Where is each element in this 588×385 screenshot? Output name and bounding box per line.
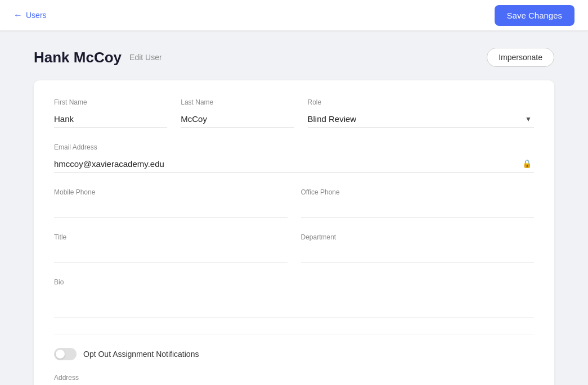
last-name-input[interactable] <box>181 111 294 128</box>
page-title: Hank McCoy <box>34 49 122 66</box>
email-label: Email Address <box>54 143 534 151</box>
department-input[interactable] <box>301 246 535 262</box>
role-group: Role Blind Review Admin Reviewer Applica… <box>308 98 535 128</box>
mobile-phone-input[interactable] <box>54 201 288 218</box>
first-name-input[interactable] <box>54 111 167 128</box>
address-section: Address None Edit Address <box>54 374 534 385</box>
first-name-label: First Name <box>54 98 167 106</box>
title-group: Title <box>54 233 288 262</box>
opt-out-label: Opt Out Assignment Notifications <box>83 350 199 359</box>
office-phone-group: Office Phone <box>301 188 535 218</box>
email-group: Email Address 🔒 <box>54 143 534 173</box>
email-input[interactable] <box>54 156 534 173</box>
office-phone-label: Office Phone <box>301 188 535 196</box>
mobile-phone-label: Mobile Phone <box>54 188 288 196</box>
page-title-area: Hank McCoy Edit User <box>34 49 162 66</box>
department-group: Department <box>301 233 535 262</box>
email-row: Email Address 🔒 <box>54 143 534 173</box>
role-select[interactable]: Blind Review Admin Reviewer Applicant <box>308 111 535 128</box>
opt-out-row: Opt Out Assignment Notifications <box>54 348 534 360</box>
page-header: Hank McCoy Edit User Impersonate <box>34 48 554 67</box>
save-button[interactable]: Save Changes <box>495 5 574 26</box>
impersonate-button[interactable]: Impersonate <box>487 48 554 67</box>
back-label: Users <box>26 11 47 20</box>
mobile-phone-group: Mobile Phone <box>54 188 288 218</box>
last-name-label: Last Name <box>181 98 294 106</box>
bio-input[interactable] <box>54 291 534 318</box>
edit-user-label: Edit User <box>129 53 162 62</box>
address-label: Address <box>54 374 534 382</box>
lock-icon: 🔒 <box>522 159 532 168</box>
role-select-wrapper: Blind Review Admin Reviewer Applicant ▼ <box>308 111 535 128</box>
office-phone-input[interactable] <box>301 201 535 218</box>
page-content: Hank McCoy Edit User Impersonate First N… <box>0 31 588 385</box>
title-input[interactable] <box>54 246 288 262</box>
first-name-group: First Name <box>54 98 167 128</box>
form-card: First Name Last Name Role Blind Review A… <box>34 80 554 385</box>
bio-row: Bio <box>54 278 534 318</box>
bio-group: Bio <box>54 278 534 318</box>
title-department-row: Title Department <box>54 233 534 262</box>
name-role-row: First Name Last Name Role Blind Review A… <box>54 98 534 128</box>
title-label: Title <box>54 233 288 241</box>
divider <box>54 334 534 334</box>
toggle-slider <box>54 348 77 360</box>
top-bar: ← Users Save Changes <box>0 0 588 31</box>
phone-row: Mobile Phone Office Phone <box>54 188 534 218</box>
last-name-group: Last Name <box>181 98 294 128</box>
role-label: Role <box>308 98 535 106</box>
department-label: Department <box>301 233 535 241</box>
opt-out-toggle[interactable] <box>54 348 77 360</box>
back-link[interactable]: ← Users <box>14 10 47 20</box>
back-arrow-icon: ← <box>14 10 23 20</box>
bio-label: Bio <box>54 278 534 286</box>
